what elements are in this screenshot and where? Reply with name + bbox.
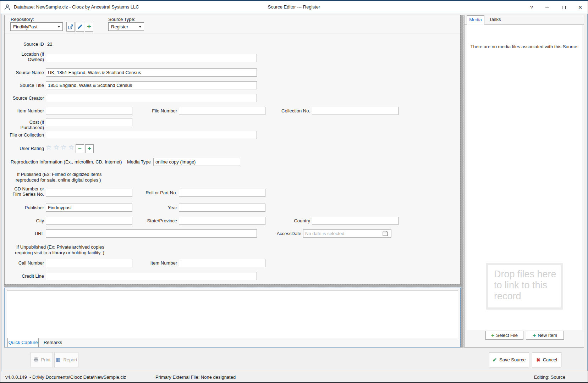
source-title-label: Source Title xyxy=(5,83,44,88)
publisher-label: Publisher xyxy=(5,205,44,210)
source-type-label: Source Type: xyxy=(108,17,135,22)
new-item-label: New Item xyxy=(538,333,557,338)
file-number-label: File Number xyxy=(138,108,177,113)
report-label: Report xyxy=(63,357,77,362)
status-editing-mode: Editing: Source xyxy=(534,374,565,380)
collection-no-input[interactable] xyxy=(312,107,399,115)
cancel-button[interactable]: ✖ Cancel xyxy=(532,352,561,367)
source-name-label: Source Name xyxy=(5,70,44,75)
file-drop-zone[interactable]: Drop files here to link to this record xyxy=(486,263,563,310)
file-or-collection-label: File or Collection xyxy=(5,132,44,138)
source-creator-label: Source Creator xyxy=(5,95,44,101)
url-input[interactable] xyxy=(46,229,257,238)
credit-line-input[interactable] xyxy=(46,272,257,280)
quick-capture-textarea[interactable] xyxy=(7,290,458,338)
x-icon: ✖ xyxy=(536,357,540,363)
collection-no-label: Collection No. xyxy=(271,108,310,113)
repository-label: Repository: xyxy=(11,17,34,22)
user-rating-stars[interactable]: ☆☆☆☆ xyxy=(46,143,76,151)
app-window: Database: NewSample.clz - Clooz by Ances… xyxy=(0,0,588,383)
open-repository-button[interactable] xyxy=(66,22,75,32)
tab-media[interactable]: Media xyxy=(467,15,484,24)
cost-label: Cost (if Purchased) xyxy=(5,120,44,130)
call-number-input[interactable] xyxy=(46,259,132,267)
source-id-value: 22 xyxy=(47,41,52,47)
help-button[interactable]: ? xyxy=(524,1,539,13)
star-icon[interactable]: ☆ xyxy=(61,144,68,151)
printer-icon xyxy=(33,357,39,363)
media-type-label: Media Type xyxy=(112,159,151,165)
cost-input[interactable] xyxy=(46,118,132,126)
if-unpublished-line2: requiring visit to a library or holding … xyxy=(15,250,104,255)
source-name-input[interactable] xyxy=(46,68,257,77)
external-link-icon xyxy=(67,24,74,30)
check-icon: ✔ xyxy=(492,357,497,363)
item-number-unpub-input[interactable] xyxy=(179,259,265,267)
close-button[interactable]: × xyxy=(573,1,587,13)
tab-quick-capture[interactable]: Quick Capture xyxy=(7,338,39,347)
maximize-icon xyxy=(562,6,566,9)
city-input[interactable] xyxy=(46,217,132,225)
location-input[interactable] xyxy=(46,54,257,62)
source-creator-input[interactable] xyxy=(46,94,257,102)
roll-or-part-input[interactable] xyxy=(179,189,265,197)
cancel-label: Cancel xyxy=(543,357,557,362)
publisher-input[interactable] xyxy=(46,204,132,212)
rating-decrease-button[interactable]: − xyxy=(76,144,84,153)
access-date-input[interactable] xyxy=(303,229,391,238)
tab-tasks[interactable]: Tasks xyxy=(485,15,505,24)
user-rating-label: User Rating xyxy=(5,146,44,151)
access-date-label: AccessDate xyxy=(262,231,301,236)
year-input[interactable] xyxy=(179,204,265,212)
country-label: Country xyxy=(271,218,310,223)
rating-increase-button[interactable]: + xyxy=(85,144,94,153)
tab-remarks[interactable]: Remarks xyxy=(42,338,64,347)
repository-dropdown[interactable]: FindMyPast xyxy=(10,22,63,31)
toolbar-separator xyxy=(5,33,460,33)
report-button[interactable]: Report xyxy=(54,352,78,367)
source-title-input[interactable] xyxy=(46,81,257,89)
maximize-button[interactable] xyxy=(557,1,571,13)
media-type-input[interactable] xyxy=(153,158,240,166)
roll-or-part-label: Roll or Part No. xyxy=(138,190,177,195)
vertical-splitter[interactable] xyxy=(461,15,463,348)
file-or-collection-input[interactable] xyxy=(46,131,257,139)
edit-repository-button[interactable] xyxy=(76,22,84,32)
cd-number-input[interactable] xyxy=(46,189,132,197)
state-province-input[interactable] xyxy=(179,217,265,225)
select-file-button[interactable]: + Select File xyxy=(485,331,523,340)
star-icon[interactable]: ☆ xyxy=(68,144,76,151)
star-icon[interactable]: ☆ xyxy=(46,144,53,151)
if-published-line2: reproduced for sale, online digital copi… xyxy=(16,177,101,183)
plus-icon: + xyxy=(491,332,494,339)
city-label: City xyxy=(5,218,44,223)
media-empty-message: There are no media files associated with… xyxy=(467,44,582,49)
horizontal-splitter[interactable] xyxy=(4,284,461,287)
file-number-input[interactable] xyxy=(179,107,265,115)
state-province-label: State/Province xyxy=(138,218,177,223)
save-source-button[interactable]: ✔ Save Source xyxy=(489,352,529,367)
star-icon[interactable]: ☆ xyxy=(53,144,61,151)
print-label: Print xyxy=(41,357,51,362)
if-unpublished-line1: If Unpublished (Ex: Private archived cop… xyxy=(16,244,104,250)
minimize-button[interactable] xyxy=(540,1,554,13)
source-type-dropdown[interactable]: Register xyxy=(108,22,144,31)
country-input[interactable] xyxy=(312,217,399,225)
item-number-input[interactable] xyxy=(46,107,132,115)
new-item-button[interactable]: + New Item xyxy=(526,331,564,340)
status-version-path: v4.0.0.149 - D:\My Documents\Clooz Data\… xyxy=(5,374,126,380)
print-button[interactable]: Print xyxy=(31,352,53,367)
reproduction-section-label: Reproduction Information (Ex., microfilm… xyxy=(11,159,122,165)
credit-line-label: Credit Line xyxy=(5,273,44,279)
add-repository-button[interactable]: + xyxy=(85,22,93,32)
capture-panel: Quick Capture Remarks xyxy=(4,288,461,348)
item-number-label: Item Number xyxy=(5,108,44,113)
pencil-icon xyxy=(77,24,83,30)
calendar-icon[interactable] xyxy=(382,231,388,237)
location-label: Location (if Owned) xyxy=(5,51,44,62)
title-bar: Database: NewSample.clz - Clooz by Ances… xyxy=(0,1,588,13)
plus-icon: + xyxy=(533,332,536,339)
media-panel: Media Tasks There are no media files ass… xyxy=(464,15,584,348)
plus-icon: + xyxy=(87,23,91,30)
select-file-label: Select File xyxy=(496,333,518,338)
